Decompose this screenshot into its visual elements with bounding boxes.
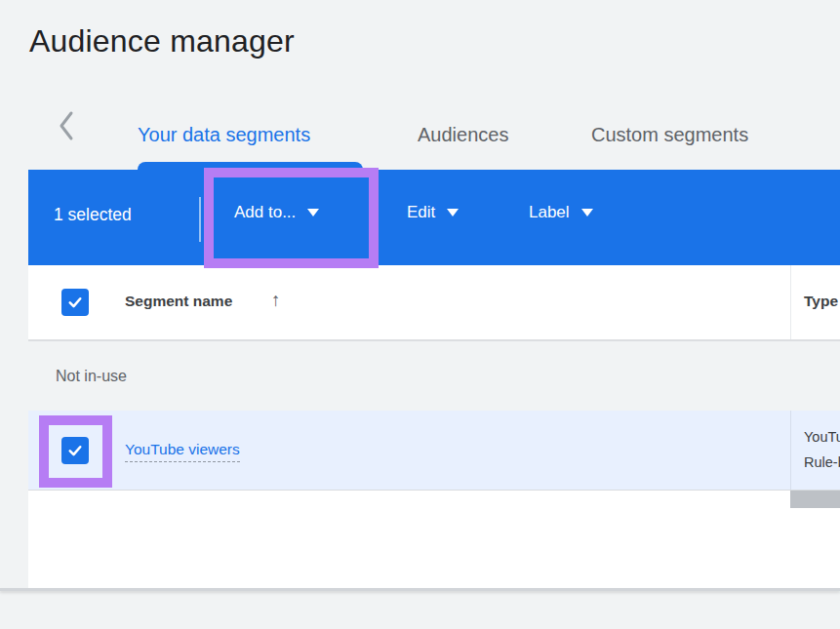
edit-button[interactable]: Edit <box>407 203 459 222</box>
tab-audiences[interactable]: Audiences <box>418 124 508 146</box>
group-label-not-in-use: Not in-use <box>56 368 127 385</box>
column-header-type[interactable]: Type <box>804 293 838 310</box>
audience-manager-page: Audience manager Your data segments Audi… <box>0 0 840 629</box>
chevron-down-icon <box>447 209 459 216</box>
page-title: Audience manager <box>29 23 295 59</box>
add-to-button-label: Add to... <box>234 203 296 222</box>
toolbar-divider <box>199 197 201 242</box>
table-empty-area <box>28 491 840 588</box>
tab-custom-segments[interactable]: Custom segments <box>591 124 748 146</box>
edit-button-label: Edit <box>407 203 435 222</box>
sort-ascending-icon[interactable]: ↑ <box>271 290 281 311</box>
add-to-button[interactable]: Add to... <box>234 203 319 222</box>
segment-name-link[interactable]: YouTube viewers <box>125 441 240 462</box>
label-button-label: Label <box>529 203 570 222</box>
checkmark-icon <box>66 294 84 311</box>
segment-type-line1: YouTube <box>804 424 840 450</box>
chevron-down-icon <box>307 209 319 216</box>
back-chevron-icon[interactable] <box>57 110 76 141</box>
chevron-down-icon <box>581 209 593 216</box>
segment-type-line2: Rule-based <box>804 450 840 475</box>
selection-toolbar: 1 selected Add to... Edit Label <box>28 170 840 265</box>
column-header-segment-name[interactable]: Segment name <box>125 293 232 310</box>
column-divider <box>790 411 791 490</box>
horizontal-scrollbar-thumb[interactable] <box>790 491 840 508</box>
label-button[interactable]: Label <box>529 203 593 222</box>
segment-table-row[interactable]: YouTube viewers YouTube Rule-based <box>28 411 840 491</box>
tab-your-data-segments[interactable]: Your data segments <box>138 124 310 146</box>
selected-count: 1 selected <box>54 205 132 225</box>
card-bottom-border <box>0 588 840 591</box>
table-header-row: Segment name ↑ Type <box>28 265 840 341</box>
checkmark-icon <box>66 442 84 459</box>
row-checkbox[interactable] <box>61 437 89 464</box>
column-divider <box>790 265 791 339</box>
select-all-checkbox[interactable] <box>61 289 89 316</box>
segment-type-cell: YouTube Rule-based <box>804 424 840 475</box>
